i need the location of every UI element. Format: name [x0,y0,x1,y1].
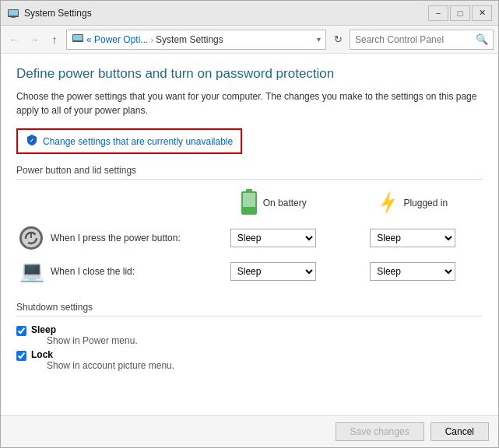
breadcrumb-part1[interactable]: « Power Opti... [86,34,148,45]
address-box[interactable]: « Power Opti... › System Settings ▾ [66,30,326,50]
lock-desc: Show in account picture menu. [47,360,174,371]
shutdown-section-label: Shutdown settings [16,302,483,317]
sleep-checkbox[interactable] [16,326,26,336]
plug-icon: ⚡ [375,190,402,216]
breadcrumb-icon [72,32,84,47]
power-button-plugged-select[interactable]: Sleep Do nothing Hibernate Shut down [370,229,455,247]
shield-icon: ✓ [26,134,38,149]
save-changes-button[interactable]: Save changes [336,422,424,441]
svg-rect-6 [246,189,252,191]
search-input[interactable] [355,34,476,45]
power-section-label: Power button and lid settings [16,165,483,180]
lock-label: Lock [31,349,174,360]
lock-checkbox[interactable] [16,351,26,361]
window-controls: − □ ✕ [428,5,492,21]
lock-checkbox-item: Lock Show in account picture menu. [16,349,483,371]
lid-battery-select[interactable]: Sleep Do nothing Hibernate Shut down [230,262,316,281]
up-button[interactable]: ↑ [46,31,63,48]
page-title: Define power buttons and turn on passwor… [16,66,483,82]
svg-rect-1 [9,10,18,16]
cancel-button[interactable]: Cancel [430,422,489,441]
refresh-icon: ↻ [334,33,343,45]
window-title: System Settings [24,8,428,19]
plugged-in-label: Plugged in [403,198,448,208]
breadcrumb-part2: System Settings [156,34,223,45]
addressbar: ← → ↑ « Power Opti... › System Settings … [1,26,498,54]
close-button[interactable]: ✕ [472,5,492,21]
breadcrumb: « Power Opti... › System Settings [72,32,223,47]
on-battery-label: On battery [263,198,307,208]
page-description: Choose the power settings that you want … [16,89,483,117]
back-icon: ← [9,33,19,46]
change-settings-button[interactable]: ✓ Change settings that are currently una… [16,128,242,154]
power-svg-icon [24,231,38,245]
svg-text:✓: ✓ [30,138,34,143]
search-box[interactable]: 🔍 [350,30,494,50]
footer: Save changes Cancel [1,415,498,447]
svg-rect-9 [243,207,255,213]
breadcrumb-arrow: › [150,35,153,44]
forward-icon: → [29,33,40,46]
back-button[interactable]: ← [5,31,23,48]
table-row: When I press the power button: Sleep Do … [16,222,483,254]
lid-icon: 💻 [19,259,44,282]
window: System Settings − □ ✕ ← → ↑ « Power Opti… [0,0,499,448]
power-table: On battery ⚡ Plugged in [16,189,483,288]
battery-icon [240,189,258,217]
shutdown-section: Shutdown settings Sleep Show in Power me… [16,302,483,371]
power-button-battery-select[interactable]: Sleep Do nothing Hibernate Shut down [230,229,316,247]
svg-rect-11 [30,233,32,238]
plugged-column-header: ⚡ Plugged in [343,193,483,213]
refresh-button[interactable]: ↻ [329,31,346,48]
sleep-checkbox-item: Sleep Show in Power menu. [16,324,483,346]
content-area: Define power buttons and turn on passwor… [1,54,498,415]
sleep-desc: Show in Power menu. [47,335,138,346]
address-dropdown-button[interactable]: ▾ [317,35,321,44]
lid-plugged-select[interactable]: Sleep Do nothing Hibernate Shut down [370,262,455,281]
close-lid-label: When I close the lid: [47,254,203,288]
svg-rect-8 [243,193,255,207]
svg-rect-2 [11,17,16,18]
maximize-button[interactable]: □ [450,5,470,21]
up-icon: ↑ [52,33,58,46]
minimize-button[interactable]: − [428,5,448,21]
titlebar: System Settings − □ ✕ [1,1,498,26]
table-row: 💻 When I close the lid: Sleep Do nothing… [16,254,483,288]
forward-button[interactable]: → [26,31,43,48]
power-button-icon [19,226,43,250]
sleep-label: Sleep [31,324,138,335]
power-button-label: When I press the power button: [47,222,203,254]
search-icon: 🔍 [476,33,488,45]
app-icon [7,7,19,19]
svg-rect-4 [73,35,83,40]
battery-column-header: On battery [203,189,343,217]
change-settings-label: Change settings that are currently unava… [43,136,233,147]
